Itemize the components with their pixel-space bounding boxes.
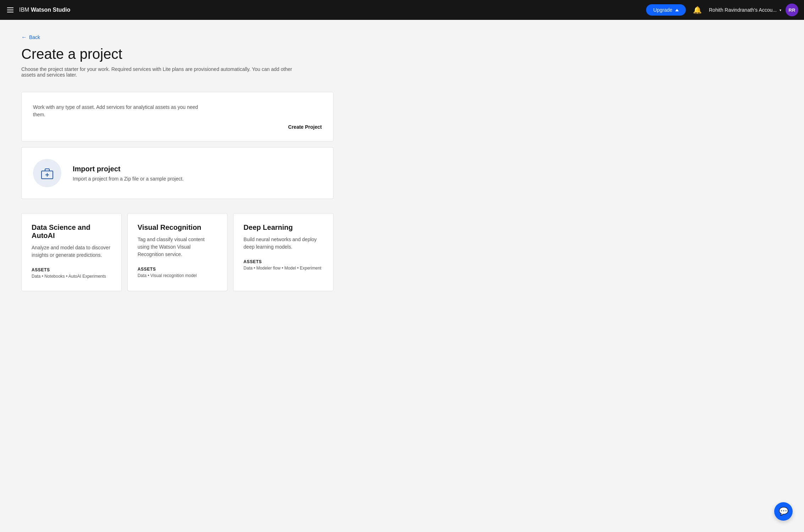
- avatar-initials: RR: [789, 7, 795, 13]
- back-arrow-icon: ←: [21, 34, 27, 40]
- account-name: Rohith Ravindranath's Accou...: [709, 7, 777, 13]
- chat-icon: 💬: [779, 507, 788, 516]
- avatar[interactable]: RR: [786, 4, 798, 16]
- import-card-description: Import a project from a Zip file or a sa…: [73, 176, 184, 182]
- visual-recognition-title: Visual Recognition: [138, 223, 217, 232]
- import-card-title: Import project: [73, 165, 184, 173]
- page-title: Create a project: [21, 46, 334, 62]
- account-menu[interactable]: Rohith Ravindranath's Accou... ▾: [709, 7, 781, 13]
- main-content: ← Back Create a project Choose the proje…: [0, 20, 355, 312]
- deep-learning-desc: Build neural networks and deploy deep le…: [243, 236, 323, 251]
- import-card-text: Import project Import a project from a Z…: [73, 165, 184, 182]
- visual-recognition-card[interactable]: Visual Recognition Tag and classify visu…: [127, 213, 228, 291]
- data-science-assets-label: ASSETS: [32, 267, 111, 272]
- logo-text-normal: IBM: [19, 7, 31, 13]
- deep-learning-assets-label: ASSETS: [243, 259, 323, 264]
- upgrade-button[interactable]: Upgrade: [646, 4, 686, 16]
- import-icon-circle: [33, 159, 61, 187]
- data-science-assets: Data • Notebooks • AutoAI Experiments: [32, 274, 111, 279]
- back-link[interactable]: ← Back: [21, 34, 334, 40]
- upgrade-label: Upgrade: [653, 7, 672, 13]
- create-project-action: Create Project: [33, 124, 322, 130]
- visual-recognition-desc: Tag and classify visual content using th…: [138, 236, 217, 258]
- upgrade-arrow-icon: [675, 9, 679, 11]
- data-science-title: Data Science and AutoAI: [32, 223, 111, 240]
- bell-icon: 🔔: [693, 6, 702, 14]
- data-science-card[interactable]: Data Science and AutoAI Analyze and mode…: [21, 213, 122, 291]
- notification-bell-button[interactable]: 🔔: [690, 3, 705, 17]
- logo-text-bold: Watson Studio: [31, 7, 70, 13]
- project-cards-grid: Data Science and AutoAI Analyze and mode…: [21, 213, 334, 291]
- data-science-desc: Analyze and model data to discover insig…: [32, 244, 111, 259]
- deep-learning-assets: Data • Modeler flow • Model • Experiment: [243, 266, 323, 271]
- page-subtitle: Choose the project starter for your work…: [21, 66, 305, 78]
- create-project-link[interactable]: Create Project: [288, 124, 322, 130]
- blank-project-card[interactable]: Work with any type of asset. Add service…: [21, 92, 334, 142]
- import-project-card[interactable]: Import project Import a project from a Z…: [21, 147, 334, 199]
- import-briefcase-icon: [40, 166, 54, 180]
- app-logo: IBM Watson Studio: [19, 7, 642, 13]
- menu-icon[interactable]: [6, 6, 15, 14]
- account-chevron-icon: ▾: [780, 8, 781, 12]
- visual-recognition-assets: Data • Visual recognition model: [138, 273, 217, 278]
- blank-card-description: Work with any type of asset. Add service…: [33, 104, 210, 118]
- visual-recognition-assets-label: ASSETS: [138, 267, 217, 272]
- deep-learning-title: Deep Learning: [243, 223, 323, 232]
- header: IBM Watson Studio Upgrade 🔔 Rohith Ravin…: [0, 0, 804, 20]
- chat-button[interactable]: 💬: [774, 502, 793, 521]
- deep-learning-card[interactable]: Deep Learning Build neural networks and …: [233, 213, 334, 291]
- back-label: Back: [29, 34, 40, 40]
